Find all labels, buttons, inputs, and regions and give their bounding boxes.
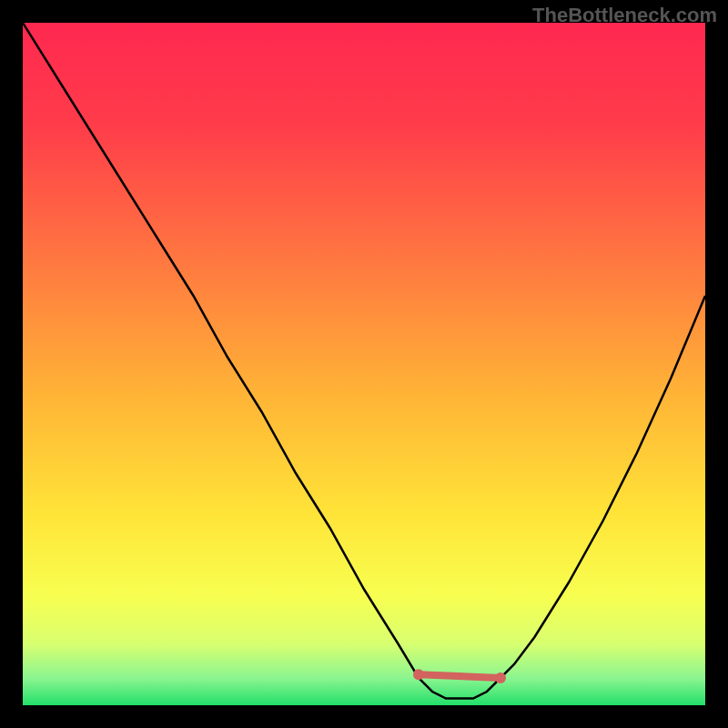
gradient-background	[23, 23, 705, 705]
bottleneck-curve-chart	[23, 23, 705, 705]
plot-area	[23, 23, 705, 705]
trough-dot	[413, 669, 424, 680]
watermark-text: TheBottleneck.com	[532, 4, 717, 27]
trough-dot	[495, 672, 506, 683]
trough-highlight	[419, 674, 500, 678]
chart-frame: TheBottleneck.com	[0, 0, 728, 728]
